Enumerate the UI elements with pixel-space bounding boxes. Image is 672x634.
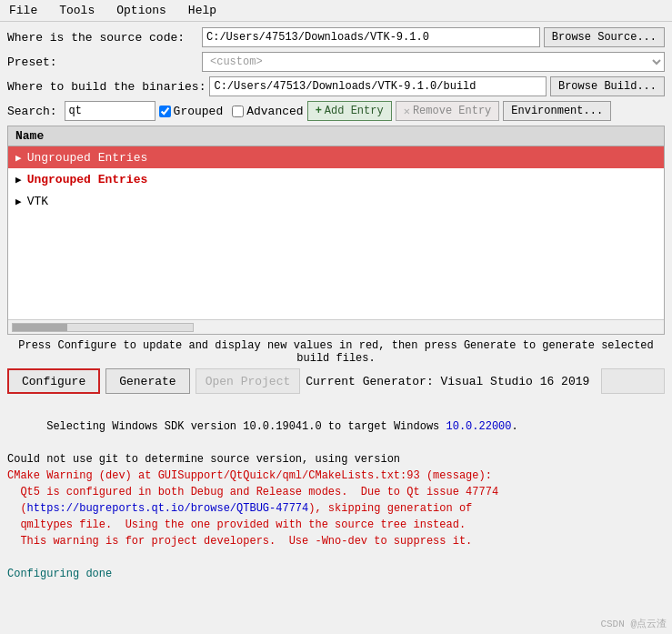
open-project-button[interactable]: Open Project xyxy=(196,368,301,394)
binaries-label: Where to build the binaries: xyxy=(7,80,206,94)
preset-label: Preset: xyxy=(7,55,198,69)
search-label: Search: xyxy=(7,105,57,118)
source-code-label: Where is the source code: xyxy=(7,31,198,45)
row-label: VTK xyxy=(27,195,48,208)
table-header: Name xyxy=(8,126,664,146)
plus-icon: + xyxy=(316,105,322,117)
chevron-icon: ▶ xyxy=(15,152,22,164)
log-line-3: CMake Warning (dev) at GUISupport/QtQuic… xyxy=(7,468,665,484)
entries-table: Name ▶ Ungrouped Entries ▶ Ungrouped Ent… xyxy=(7,126,665,335)
watermark: CSDN @点云渣 xyxy=(600,617,667,630)
log-line-8 xyxy=(7,549,665,566)
log-line-6: qmltypes file. Using the one provided wi… xyxy=(7,517,665,533)
search-input[interactable] xyxy=(65,101,155,121)
remove-entry-label: Remove Entry xyxy=(413,105,491,117)
table-row[interactable]: ▶ Ungrouped Entries xyxy=(8,168,664,190)
log-line-2: Could not use git to determine source ve… xyxy=(7,451,665,468)
log-text: Selecting Windows SDK version 10.0.19041… xyxy=(46,420,446,433)
add-entry-button[interactable]: + Add Entry xyxy=(307,101,392,121)
log-line-1: Selecting Windows SDK version 10.0.19041… xyxy=(7,402,665,451)
grouped-label: Grouped xyxy=(174,105,224,118)
menu-file[interactable]: File xyxy=(4,2,43,19)
log-line-9: Configuring done xyxy=(7,566,665,582)
advanced-checkbox[interactable] xyxy=(232,106,244,117)
scrollbar-thumb[interactable] xyxy=(13,324,67,331)
row-label: Ungrouped Entries xyxy=(27,151,148,165)
generator-label: Current Generator: Visual Studio 16 2019 xyxy=(306,375,589,388)
source-code-input[interactable] xyxy=(202,27,540,47)
log-link: https://bugreports.qt.io/browse/QTBUG-47… xyxy=(27,502,309,515)
generate-button[interactable]: Generate xyxy=(105,368,189,394)
x-icon: ✕ xyxy=(404,105,410,118)
checkbox-group: Grouped Advanced xyxy=(159,105,304,118)
chevron-icon: ▶ xyxy=(15,196,22,207)
menu-tools[interactable]: Tools xyxy=(54,2,100,19)
log-text: . xyxy=(512,420,518,433)
add-entry-label: Add Entry xyxy=(325,105,384,117)
search-row: Search: Grouped Advanced + Add Entry ✕ R… xyxy=(7,101,665,121)
grouped-checkbox-label[interactable]: Grouped xyxy=(159,105,224,118)
configure-button[interactable]: Configure xyxy=(7,368,100,394)
row-label: Ungrouped Entries xyxy=(27,173,148,186)
chevron-icon: ▶ xyxy=(15,174,22,186)
menu-help[interactable]: Help xyxy=(183,2,222,19)
table-body: ▶ Ungrouped Entries ▶ Ungrouped Entries … xyxy=(8,146,664,319)
log-line-7: This warning is for project developers. … xyxy=(7,533,665,549)
table-row[interactable]: ▶ Ungrouped Entries xyxy=(8,146,664,168)
binaries-input[interactable] xyxy=(209,76,547,96)
advanced-checkbox-label[interactable]: Advanced xyxy=(232,105,303,118)
log-line-5: (https://bugreports.qt.io/browse/QTBUG-4… xyxy=(7,500,665,517)
preset-row: Preset: <custom> xyxy=(7,52,665,72)
environment-button[interactable]: Environment... xyxy=(503,101,611,121)
status-text: Press Configure to update and display ne… xyxy=(7,339,665,365)
remove-entry-button[interactable]: ✕ Remove Entry xyxy=(396,101,500,121)
browse-build-button[interactable]: Browse Build... xyxy=(550,76,665,96)
log-line-4: Qt5 is configured in both Debug and Rele… xyxy=(7,484,665,500)
scrollbar-track[interactable] xyxy=(12,323,194,332)
horizontal-scrollbar[interactable] xyxy=(8,319,664,334)
log-area: Selecting Windows SDK version 10.0.19041… xyxy=(7,398,665,586)
empty-button[interactable] xyxy=(601,368,665,394)
binaries-row: Where to build the binaries: Browse Buil… xyxy=(7,76,665,96)
menu-options[interactable]: Options xyxy=(111,2,172,19)
grouped-checkbox[interactable] xyxy=(159,106,171,117)
log-link: 10.0.22000 xyxy=(446,420,512,433)
table-row[interactable]: ▶ VTK xyxy=(8,190,664,212)
action-button-row: Configure Generate Open Project Current … xyxy=(7,368,665,394)
preset-select[interactable]: <custom> xyxy=(202,52,665,72)
menubar: File Tools Options Help xyxy=(0,0,672,22)
browse-source-button[interactable]: Browse Source... xyxy=(544,27,665,47)
advanced-label: Advanced xyxy=(246,105,303,118)
main-content: Where is the source code: Browse Source.… xyxy=(0,22,672,591)
source-code-row: Where is the source code: Browse Source.… xyxy=(7,27,665,47)
